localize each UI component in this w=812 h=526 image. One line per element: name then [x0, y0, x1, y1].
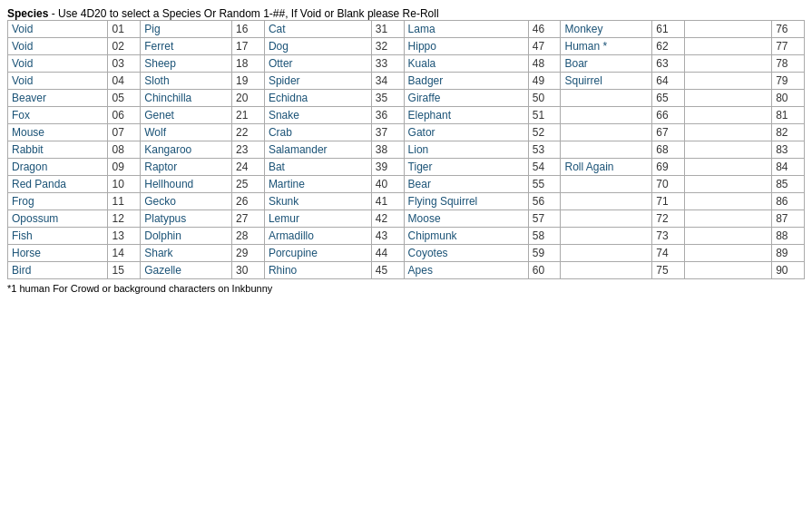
species-name: Monkey [561, 21, 652, 38]
species-name: Fish [8, 228, 108, 245]
species-name: Chinchilla [141, 90, 232, 107]
species-name [685, 159, 772, 176]
species-num: 65 [652, 90, 685, 107]
species-name [685, 176, 772, 193]
species-name: Horse [8, 245, 108, 262]
species-num: 56 [528, 193, 561, 210]
species-name: Void [8, 38, 108, 55]
species-num: 77 [772, 38, 805, 55]
species-name: Void [8, 55, 108, 73]
species-name: Salamander [264, 141, 371, 159]
species-num: 42 [371, 210, 404, 228]
species-num: 76 [772, 21, 805, 38]
species-num: 10 [108, 176, 141, 193]
table-row: Void03Sheep18Otter33Kuala48Boar6378 [8, 55, 805, 73]
species-name [685, 245, 772, 262]
table-row: Fish13Dolphin28Armadillo43Chipmunk587388 [8, 228, 805, 245]
species-num: 29 [232, 245, 265, 262]
species-num: 71 [652, 193, 685, 210]
species-name: Pig [141, 21, 232, 38]
species-num: 17 [232, 38, 265, 55]
species-num: 57 [528, 210, 561, 228]
species-num: 68 [652, 141, 685, 159]
species-num: 28 [232, 228, 265, 245]
species-num: 19 [232, 73, 265, 90]
species-name: Elephant [404, 107, 528, 124]
species-num: 89 [772, 245, 805, 262]
species-num: 24 [232, 159, 265, 176]
species-num: 53 [528, 141, 561, 159]
species-name: Human * [561, 38, 652, 55]
species-num: 14 [108, 245, 141, 262]
species-name [561, 124, 652, 141]
species-name: Hellhound [141, 176, 232, 193]
species-num: 26 [232, 193, 265, 210]
species-name: Raptor [141, 159, 232, 176]
species-num: 04 [108, 73, 141, 90]
species-num: 05 [108, 90, 141, 107]
table-row: Opossum12Platypus27Lemur42Moose577287 [8, 210, 805, 228]
species-name [561, 245, 652, 262]
species-num: 80 [772, 90, 805, 107]
species-name: Roll Again [561, 159, 652, 176]
table-row: Void01Pig16Cat31Lama46Monkey6176 [8, 21, 805, 38]
species-num: 41 [371, 193, 404, 210]
species-name: Moose [404, 210, 528, 228]
species-name: Rhino [264, 262, 371, 279]
species-name: Fox [8, 107, 108, 124]
species-name: Martine [264, 176, 371, 193]
species-num: 33 [371, 55, 404, 73]
species-num: 61 [652, 21, 685, 38]
species-num: 25 [232, 176, 265, 193]
species-name: Dog [264, 38, 371, 55]
table-row: Void02Ferret17Dog32Hippo47Human *6277 [8, 38, 805, 55]
species-num: 79 [772, 73, 805, 90]
species-name: Spider [264, 73, 371, 90]
species-num: 22 [232, 124, 265, 141]
species-name [685, 73, 772, 90]
species-name: Gecko [141, 193, 232, 210]
species-name [561, 210, 652, 228]
table-row: Bird15Gazelle30Rhino45Apes607590 [8, 262, 805, 279]
species-name [685, 141, 772, 159]
species-name: Porcupine [264, 245, 371, 262]
species-num: 52 [528, 124, 561, 141]
species-num: 16 [232, 21, 265, 38]
species-num: 51 [528, 107, 561, 124]
species-name: Void [8, 73, 108, 90]
species-name: Skunk [264, 193, 371, 210]
species-num: 55 [528, 176, 561, 193]
species-num: 74 [652, 245, 685, 262]
species-name: Kangaroo [141, 141, 232, 159]
species-name [561, 107, 652, 124]
species-name: Mouse [8, 124, 108, 141]
species-name [561, 228, 652, 245]
species-name: Badger [404, 73, 528, 90]
species-name: Sloth [141, 73, 232, 90]
species-name: Red Panda [8, 176, 108, 193]
species-name: Hippo [404, 38, 528, 55]
species-num: 49 [528, 73, 561, 90]
species-num: 48 [528, 55, 561, 73]
species-name: Tiger [404, 159, 528, 176]
species-num: 44 [371, 245, 404, 262]
table-row: Frog11Gecko26Skunk41Flying Squirrel56718… [8, 193, 805, 210]
species-name: Sheep [141, 55, 232, 73]
species-num: 39 [371, 159, 404, 176]
species-num: 11 [108, 193, 141, 210]
species-name: Bear [404, 176, 528, 193]
species-name [685, 228, 772, 245]
species-name: Giraffe [404, 90, 528, 107]
species-name [685, 90, 772, 107]
species-num: 83 [772, 141, 805, 159]
species-name: Echidna [264, 90, 371, 107]
species-num: 70 [652, 176, 685, 193]
species-name: Armadillo [264, 228, 371, 245]
species-name: Apes [404, 262, 528, 279]
species-num: 18 [232, 55, 265, 73]
species-name: Bat [264, 159, 371, 176]
species-name: Void [8, 21, 108, 38]
species-name: Crab [264, 124, 371, 141]
species-name: Lion [404, 141, 528, 159]
species-name: Lemur [264, 210, 371, 228]
